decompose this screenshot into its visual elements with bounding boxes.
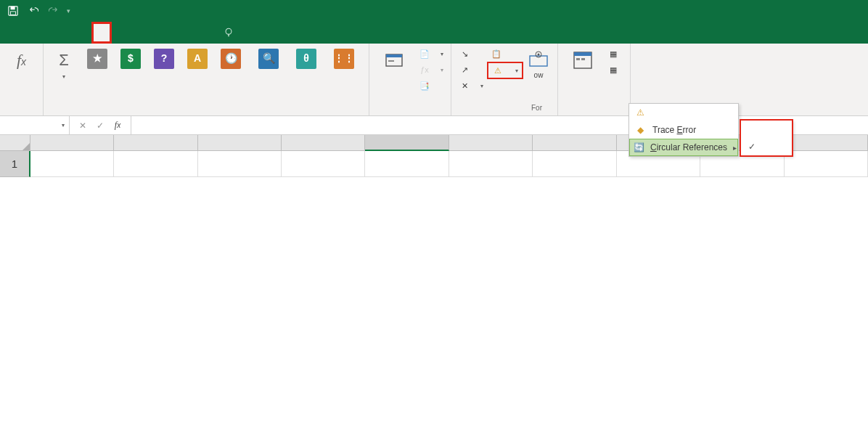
show-formulas-icon: 📋 [491,48,502,60]
trace-dependents-button[interactable]: ↗ [456,62,486,77]
col-header-a[interactable] [30,135,114,151]
checkmark-icon: ✓ [745,141,758,152]
lookup-button[interactable]: 🔍 [248,46,289,82]
circular-ref-icon: 🔄 [634,142,644,153]
circular-ref-e1[interactable]: ✓ [741,138,792,155]
tab-home[interactable] [30,22,51,44]
calc-sheet-icon: ▦ [607,64,619,76]
date-time-button[interactable]: 🕐 [215,46,247,82]
col-header-e[interactable] [365,135,449,151]
calculate-sheet-button[interactable]: ▦ [605,62,626,77]
autosum-button[interactable]: Σ▾ [48,46,80,82]
select-all-corner[interactable] [0,135,30,151]
cell-g1[interactable] [533,151,616,177]
recently-used-button[interactable]: ★ [81,46,113,82]
tab-data[interactable] [112,22,132,44]
qat-customize-icon[interactable]: ▾ [67,7,70,15]
calculate-now-button[interactable]: ▦ [605,46,626,61]
col-header-f[interactable] [449,135,533,151]
error-checking-menu-icon: ⚠ [634,107,647,118]
financial-button[interactable]: $ [115,46,147,82]
circular-ref-c1[interactable] [741,121,792,138]
create-selection-icon: 📑 [419,80,430,91]
svg-rect-6 [386,54,402,57]
text-button[interactable]: A [181,46,213,82]
tab-formulas[interactable] [91,22,112,44]
menu-circular-references[interactable]: 🔄Circular References▸ [629,139,738,156]
svg-rect-12 [574,52,591,56]
svg-point-10 [538,54,540,56]
cell-a1[interactable] [30,151,114,177]
more-functions-button[interactable]: ⋮⋮ [324,46,364,82]
col-header-j[interactable] [785,135,868,151]
logical-button[interactable]: ? [148,46,180,82]
remove-arrows-icon: ✕ [459,80,470,91]
define-name-button[interactable]: 📄▾ [416,46,446,61]
row-header-1[interactable]: 1 [0,151,30,177]
cell-c1[interactable] [198,151,282,177]
tab-help[interactable] [193,22,213,44]
watch-window-icon [528,48,549,70]
define-name-icon: 📄 [419,48,430,60]
enter-formula-icon[interactable]: ✓ [94,121,106,131]
error-checking-icon: ⚠ [492,65,504,76]
tab-view[interactable] [152,22,173,44]
cell-e1[interactable] [365,151,449,177]
tab-page-layout[interactable] [71,22,91,44]
tab-review[interactable] [132,22,152,44]
tab-developer[interactable] [173,22,193,44]
cancel-formula-icon[interactable]: ✕ [77,121,89,131]
trace-dependents-icon: ↗ [459,64,470,76]
insert-function-button[interactable]: fx [4,46,38,76]
svg-rect-7 [388,60,394,62]
math-trig-button[interactable]: θ [290,46,322,82]
logical-icon: ? [153,48,175,70]
remove-arrows-button[interactable]: ✕▾ [456,78,486,93]
name-box-dropdown-icon[interactable]: ▾ [62,122,65,129]
name-manager-icon [382,48,406,73]
lookup-icon: 🔍 [258,48,279,70]
tab-file[interactable] [10,22,30,44]
tell-me-search[interactable] [213,22,248,44]
fx-icon: fx [9,48,34,73]
svg-rect-1 [11,7,15,9]
check-placeholder-icon [745,123,758,135]
trace-error-icon: ◆ [634,124,647,136]
financial-icon: $ [120,48,142,70]
qat-undo-icon[interactable] [25,3,42,19]
text-icon: A [187,48,208,70]
trace-precedents-button[interactable]: ↘ [456,46,486,61]
show-formulas-button[interactable]: 📋 [488,46,523,61]
col-header-d[interactable] [282,135,365,151]
clock-icon: 🕐 [220,48,242,70]
svg-rect-4 [228,34,229,37]
qat-save-icon[interactable] [4,3,22,19]
col-header-b[interactable] [114,135,197,151]
calculation-options-button[interactable] [562,46,603,77]
cell-f1[interactable] [449,151,533,177]
watch-window-button[interactable]: ow [524,46,553,94]
use-in-formula-button[interactable]: ƒx▾ [416,62,446,77]
qat-redo-icon[interactable] [45,3,62,19]
name-box[interactable]: ▾ [0,116,70,134]
error-checking-button[interactable]: ⚠▾ [488,62,523,78]
function-library-group-label [48,104,364,114]
create-from-selection-button[interactable]: 📑 [416,78,446,93]
tab-insert[interactable] [51,22,71,44]
calculation-group-label [562,104,626,114]
fx-button-icon[interactable]: fx [112,120,123,131]
sigma-icon: Σ [52,48,76,73]
name-manager-button[interactable] [374,46,414,93]
svg-rect-14 [581,58,585,60]
cell-d1[interactable] [282,151,365,177]
svg-rect-2 [11,12,16,15]
cell-b1[interactable] [114,151,197,177]
circular-references-submenu: ✓ [740,120,793,156]
menu-error-checking[interactable]: ⚠ [629,104,738,121]
col-header-c[interactable] [198,135,282,151]
svg-point-3 [226,28,232,34]
chevron-right-icon: ▸ [733,144,737,152]
menu-trace-error[interactable]: ◆Trace Error [629,121,738,139]
cell-j1[interactable] [785,151,868,177]
col-header-g[interactable] [533,135,616,151]
